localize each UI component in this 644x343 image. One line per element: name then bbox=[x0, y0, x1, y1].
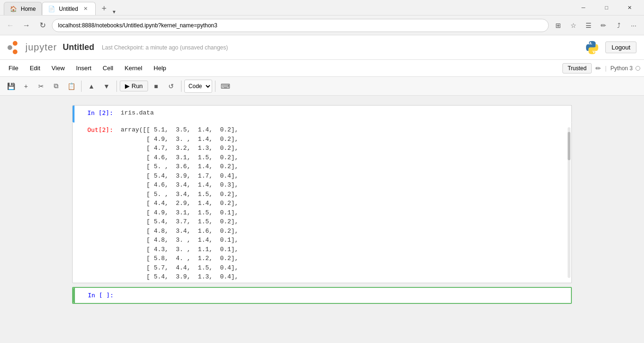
trusted-button[interactable]: Trusted bbox=[562, 63, 592, 74]
maximize-button[interactable]: □ bbox=[596, 0, 617, 16]
close-button[interactable]: ✕ bbox=[619, 0, 640, 16]
menu-edit[interactable]: Edit bbox=[25, 63, 45, 74]
copy-cell-button[interactable]: ⧉ bbox=[49, 80, 63, 93]
split-view-button[interactable]: ⊞ bbox=[552, 19, 565, 32]
cell-type-select[interactable]: Code bbox=[184, 80, 212, 93]
cell-1-output: Out[2]: array([[ 5.1, 3.5, 1.4, 0.2], [ … bbox=[72, 122, 572, 283]
address-input[interactable] bbox=[52, 19, 549, 32]
move-up-button[interactable]: ▲ bbox=[84, 80, 99, 93]
cell-1-body[interactable]: iris.data bbox=[117, 106, 571, 122]
more-button[interactable]: ··· bbox=[627, 19, 640, 32]
untitled-tab-label: Untitled bbox=[59, 6, 78, 12]
menu-bar: File Edit View Insert Cell Kernel Help T… bbox=[0, 60, 644, 77]
forward-button[interactable]: → bbox=[20, 19, 33, 32]
share-button[interactable]: ⤴ bbox=[612, 19, 625, 32]
menu-items: File Edit View Insert Cell Kernel Help bbox=[4, 63, 562, 74]
checkpoint-text: Last Checkpoint: a minute ago (unsaved c… bbox=[102, 44, 228, 51]
notebook-title[interactable]: Untitled bbox=[63, 42, 94, 52]
save-button[interactable]: 💾 bbox=[4, 80, 18, 93]
separator: | bbox=[605, 65, 606, 72]
tab-untitled[interactable]: 📄 Untitled ✕ bbox=[42, 2, 96, 15]
menu-help[interactable]: Help bbox=[149, 63, 171, 74]
favorites-star-button[interactable]: ☆ bbox=[567, 19, 580, 32]
jupyter-logo-icon bbox=[8, 40, 23, 55]
cell-2-in-prompt: In [ ]: bbox=[88, 292, 114, 299]
cell-1-out-prompt: Out[2]: bbox=[74, 122, 117, 283]
menu-view[interactable]: View bbox=[47, 63, 69, 74]
python-logo-icon bbox=[585, 40, 600, 55]
cell-1-output-scroll[interactable]: array([[ 5.1, 3.5, 1.4, 0.2], [ 4.9, 3. … bbox=[121, 125, 568, 283]
separator-1 bbox=[81, 81, 82, 92]
keyboard-shortcut-button[interactable]: ⌨ bbox=[218, 80, 232, 93]
separator-3 bbox=[181, 81, 182, 92]
menu-right: Trusted ✏ | Python 3 bbox=[562, 63, 640, 74]
home-tab-label: Home bbox=[21, 6, 36, 12]
pen-button[interactable]: ✏ bbox=[597, 19, 610, 32]
minimize-button[interactable]: ─ bbox=[573, 0, 594, 16]
header-right: Logout bbox=[585, 40, 636, 55]
cell-2[interactable]: In [ ]: bbox=[72, 287, 572, 304]
separator-4 bbox=[215, 81, 215, 92]
svg-point-2 bbox=[8, 45, 12, 50]
cell-1-prompt: In [2]: bbox=[74, 106, 117, 122]
reload-button[interactable]: ↻ bbox=[36, 19, 49, 32]
tab-list-button[interactable]: ▾ bbox=[111, 8, 117, 15]
new-tab-button[interactable]: + bbox=[98, 2, 111, 15]
cell-1-out-prompt-text: Out[2]: bbox=[87, 126, 113, 133]
untitled-tab-icon: 📄 bbox=[48, 6, 55, 12]
cell-2-body[interactable] bbox=[117, 288, 571, 303]
run-icon: ▶ bbox=[125, 82, 130, 90]
cell-1-output-text: array([[ 5.1, 3.5, 1.4, 0.2], [ 4.9, 3. … bbox=[121, 125, 565, 283]
back-button[interactable]: ← bbox=[4, 19, 17, 32]
interrupt-button[interactable]: ■ bbox=[149, 80, 163, 93]
jupyter-header: jupyter Untitled Last Checkpoint: a minu… bbox=[0, 35, 644, 60]
logout-button[interactable]: Logout bbox=[605, 41, 636, 53]
scrollbar-thumb[interactable] bbox=[568, 132, 570, 160]
separator-2 bbox=[116, 81, 117, 92]
add-cell-button[interactable]: + bbox=[19, 80, 33, 93]
scrollbar-track bbox=[568, 127, 570, 278]
browser-titlebar: 🏠 Home 📄 Untitled ✕ + ▾ ─ □ ✕ bbox=[0, 0, 644, 16]
cell-1-input[interactable]: In [2]: iris.data bbox=[72, 105, 572, 122]
reading-list-button[interactable]: ☰ bbox=[582, 19, 595, 32]
cell-2-prompt: In [ ]: bbox=[75, 288, 117, 303]
cut-cell-button[interactable]: ✂ bbox=[34, 80, 48, 93]
notebook-content: In [2]: iris.data Out[2]: array([[ 5.1, … bbox=[0, 96, 644, 343]
home-tab-icon: 🏠 bbox=[10, 6, 17, 12]
jupyter-text: jupyter bbox=[25, 42, 57, 53]
menu-insert[interactable]: Insert bbox=[71, 63, 96, 74]
cell-1-in-prompt: In [2]: bbox=[87, 109, 113, 116]
pencil-icon: ✏ bbox=[595, 65, 601, 72]
move-down-button[interactable]: ▼ bbox=[99, 80, 114, 93]
cell-1-input-text: iris.data bbox=[121, 108, 568, 118]
cell-1-output-body: array([[ 5.1, 3.5, 1.4, 0.2], [ 4.9, 3. … bbox=[117, 122, 571, 283]
menu-file[interactable]: File bbox=[4, 63, 23, 74]
menu-kernel[interactable]: Kernel bbox=[120, 63, 147, 74]
run-label: Run bbox=[132, 82, 143, 90]
restart-button[interactable]: ↺ bbox=[164, 80, 178, 93]
tab-home[interactable]: 🏠 Home bbox=[4, 2, 42, 15]
browser-tabs: 🏠 Home 📄 Untitled ✕ + ▾ bbox=[4, 0, 569, 15]
cell-2-input-text bbox=[121, 291, 567, 300]
paste-cell-button[interactable]: 📋 bbox=[64, 80, 78, 93]
kernel-status-circle bbox=[636, 66, 640, 71]
svg-point-1 bbox=[13, 49, 17, 54]
window-controls: ─ □ ✕ bbox=[573, 0, 640, 16]
run-button[interactable]: ▶ Run bbox=[120, 81, 148, 91]
kernel-info: Python 3 bbox=[611, 65, 640, 72]
svg-point-0 bbox=[13, 41, 17, 46]
menu-cell[interactable]: Cell bbox=[98, 63, 118, 74]
kernel-name: Python 3 bbox=[611, 65, 633, 72]
notebook-toolbar: 💾 + ✂ ⧉ 📋 ▲ ▼ ▶ Run ■ ↺ Code ⌨ bbox=[0, 77, 644, 96]
jupyter-logo: jupyter bbox=[8, 40, 57, 55]
browser-toolbar-icons: ⊞ ☆ ☰ ✏ ⤴ ··· bbox=[552, 19, 640, 32]
tab-close-button[interactable]: ✕ bbox=[82, 5, 90, 13]
address-bar-row: ← → ↻ ⊞ ☆ ☰ ✏ ⤴ ··· bbox=[0, 16, 644, 35]
notebook-inner: In [2]: iris.data Out[2]: array([[ 5.1, … bbox=[63, 105, 581, 304]
